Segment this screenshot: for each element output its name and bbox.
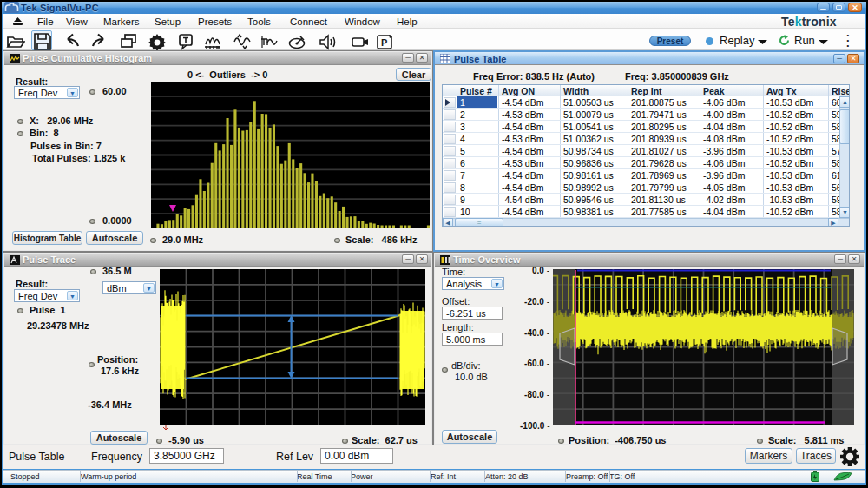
svg-text:P: P (381, 37, 387, 48)
